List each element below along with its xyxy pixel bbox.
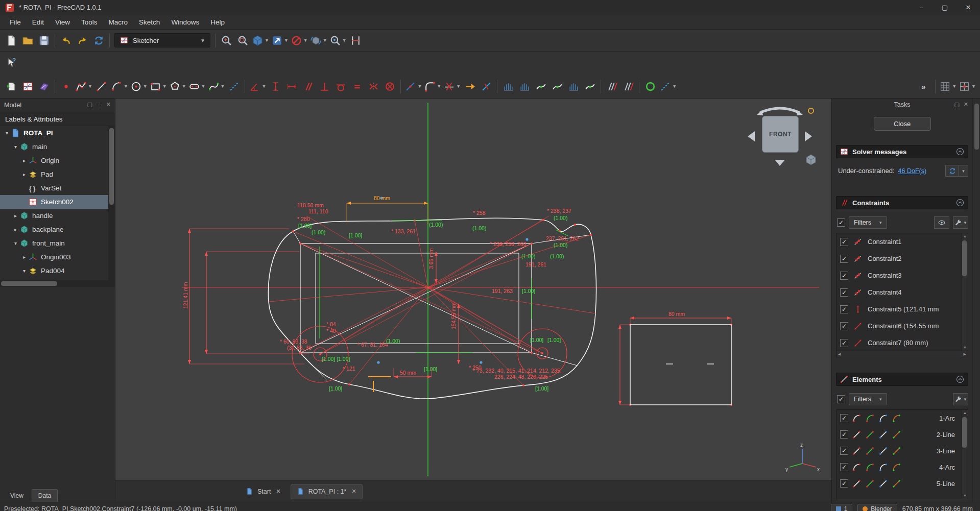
dimension-button[interactable]: ▼ — [248, 78, 267, 94]
close-tab-icon[interactable]: ✕ — [351, 488, 356, 495]
3d-viewport[interactable]: 118.50 mm111, 110* 280[1.00](1.00)80 mm*… — [115, 99, 831, 480]
select-conflicting-button[interactable] — [604, 78, 620, 94]
constraint-tangent-button[interactable] — [332, 78, 349, 94]
tree-item-origin[interactable]: ▸Origin — [0, 154, 115, 167]
element-checkbox[interactable]: ✓ — [840, 447, 848, 455]
new-document[interactable] — [3, 32, 19, 48]
element-checkbox[interactable]: ✓ — [840, 463, 848, 471]
toggle-construction-button[interactable] — [642, 78, 658, 94]
create-slot-button[interactable]: ▼ — [187, 78, 207, 94]
toggle-driving-button[interactable]: ▼ — [403, 78, 423, 94]
constraint-row[interactable]: ✓Constraint1 — [836, 233, 968, 250]
tree-expander-icon[interactable]: ▸ — [12, 213, 19, 218]
constraint-checkbox[interactable]: ✓ — [840, 305, 848, 313]
bspline-multiplicity-button[interactable] — [549, 78, 565, 94]
menu-item-file[interactable]: File — [4, 16, 27, 28]
constraint-checkbox[interactable]: ✓ — [840, 238, 848, 246]
menu-item-sketch[interactable]: Sketch — [133, 16, 165, 28]
zoom-tools-button[interactable]: ▼ — [328, 32, 348, 48]
tree-item-main[interactable]: ▾main — [0, 140, 115, 154]
leave-sketch-button[interactable] — [3, 78, 19, 94]
elements-vscrollbar[interactable]: ▲▼ — [961, 410, 968, 499]
undo-button[interactable] — [58, 32, 74, 48]
constraint-checkbox[interactable]: ✓ — [840, 272, 848, 280]
collapse-section-icon[interactable] — [955, 375, 965, 384]
distance-horizontal-button[interactable] — [283, 78, 300, 94]
constraints-settings-button[interactable]: ▼ — [953, 216, 968, 229]
panel-scrollbar-thumb[interactable] — [974, 104, 979, 150]
menu-item-windows[interactable]: Windows — [165, 16, 205, 28]
tree-item-front_main[interactable]: ▾front_main — [0, 236, 115, 250]
constraints-header[interactable]: Constraints — [836, 196, 968, 209]
constraints-filters-button[interactable]: Filters▾ — [849, 216, 887, 229]
bspline-poles-button[interactable] — [565, 78, 582, 94]
elements-filter-checkbox[interactable]: ✓ — [837, 395, 845, 403]
toolbar-overflow-button[interactable]: » — [916, 78, 933, 94]
tree-expander-icon[interactable]: ▸ — [20, 254, 28, 260]
extend-edge-button[interactable] — [462, 78, 478, 94]
constraint-row[interactable]: ✓Constraint6 (154.55 mm — [836, 318, 968, 334]
view-isometric-button[interactable]: ▼ — [251, 32, 270, 48]
workbench-selector[interactable]: Sketcher▼ — [114, 33, 210, 47]
redo-button[interactable] — [74, 32, 90, 48]
element-row[interactable]: ✓2-Line — [836, 426, 968, 443]
box-zoom-button[interactable] — [234, 32, 251, 48]
document-tab[interactable]: Start✕ — [240, 484, 286, 499]
element-row[interactable]: ✓1-Arc — [836, 410, 968, 426]
bspline-curvature-button[interactable] — [516, 78, 533, 94]
element-row[interactable]: ✓5-Line — [836, 475, 968, 492]
constraint-parallel-button[interactable] — [300, 78, 316, 94]
tree-expander-icon[interactable]: ▾ — [12, 144, 19, 150]
close-panel-icon[interactable]: ✕ — [106, 101, 111, 109]
show-hide-constraints-button[interactable] — [934, 216, 949, 229]
menu-item-view[interactable]: View — [50, 16, 76, 28]
tree-item-sketch002[interactable]: Sketch002 — [0, 195, 115, 209]
tree-expander-icon[interactable]: ▾ — [12, 240, 19, 246]
element-checkbox[interactable]: ✓ — [840, 430, 848, 439]
collapse-section-icon[interactable] — [955, 198, 965, 207]
constraints-hscrollbar[interactable]: ◀▶ — [836, 351, 968, 357]
visual-tools-button[interactable]: ▼ — [658, 78, 678, 94]
panel-tab-data[interactable]: Data — [32, 489, 58, 502]
constraint-checkbox[interactable]: ✓ — [840, 339, 848, 347]
dof-link[interactable]: 46 DoF(s) — [898, 167, 927, 175]
constraint-row[interactable]: ✓Constraint5 (121.41 mm — [836, 301, 968, 318]
menu-item-edit[interactable]: Edit — [27, 16, 50, 28]
whats-this-button[interactable]: ? — [3, 55, 19, 71]
clipping-plane-button[interactable]: ▼ — [290, 32, 309, 48]
element-checkbox[interactable]: ✓ — [840, 414, 848, 422]
constraint-equal-button[interactable] — [349, 78, 365, 94]
bspline-degree-button[interactable] — [500, 78, 516, 94]
create-circle-button[interactable]: ▼ — [129, 78, 149, 94]
bspline-knots-button[interactable] — [533, 78, 549, 94]
view-sketch-button[interactable] — [19, 78, 36, 94]
dock-panel-icon[interactable]: ⿻ — [97, 101, 102, 109]
navigation-style-selector[interactable]: Blender — [857, 504, 897, 511]
map-sketch-button[interactable] — [36, 78, 52, 94]
elements-filters-button[interactable]: Filters▾ — [849, 393, 887, 405]
tree-expander-icon[interactable]: ▸ — [12, 227, 19, 232]
corner-tools-button[interactable]: ▼ — [423, 78, 442, 94]
auto-update-button[interactable] — [945, 165, 959, 177]
sketch-canvas[interactable]: 118.50 mm111, 110* 280[1.00](1.00)80 mm*… — [115, 99, 831, 480]
create-line-button[interactable] — [93, 78, 110, 94]
bspline-join-button[interactable] — [582, 78, 598, 94]
tree-item-pad[interactable]: ▸Pad — [0, 167, 115, 181]
save-document[interactable] — [36, 32, 52, 48]
navigation-cube[interactable]: FRONT — [742, 103, 818, 168]
constraint-row[interactable]: ✓Constraint3 — [836, 267, 968, 284]
distance-vertical-button[interactable] — [267, 78, 283, 94]
navigation-cube-button[interactable]: ▼ — [309, 32, 328, 48]
close-task-button[interactable]: Close — [874, 117, 931, 131]
create-point-button[interactable] — [58, 78, 74, 94]
tree-hscrollbar-thumb[interactable] — [1, 281, 57, 286]
minimize-button[interactable]: – — [910, 0, 933, 15]
panel-tab-view[interactable]: View — [4, 490, 30, 502]
grid-toggle-button[interactable]: ▼ — [938, 78, 958, 94]
tree-item-varset[interactable]: { }VarSet — [0, 181, 115, 195]
construction-line-button[interactable] — [226, 78, 242, 94]
menu-item-help[interactable]: Help — [205, 16, 230, 28]
sync-view-button[interactable]: ▼ — [270, 32, 290, 48]
float-panel-icon[interactable]: ▢ — [954, 101, 959, 108]
constraint-row[interactable]: ✓Constraint2 — [836, 250, 968, 267]
